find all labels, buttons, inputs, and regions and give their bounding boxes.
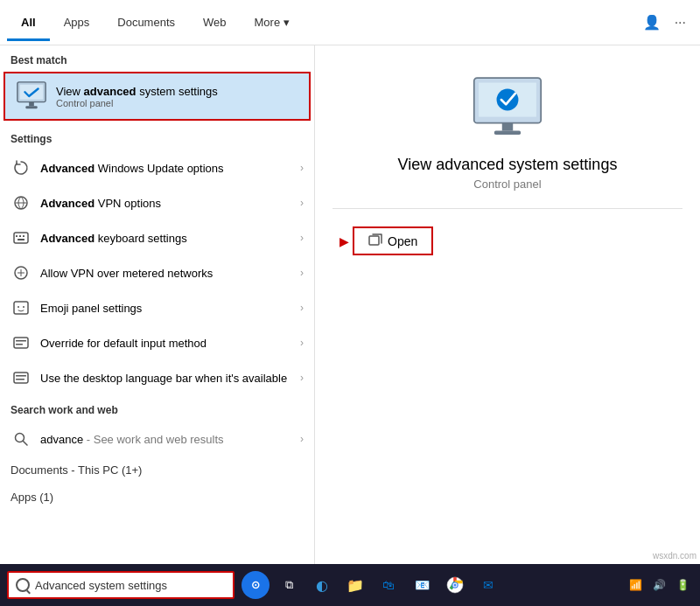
svg-rect-16 <box>16 344 23 345</box>
svg-rect-11 <box>14 302 28 314</box>
apps-section[interactable]: Apps (1) <box>0 484 314 511</box>
list-item-text: Emoji panel settings <box>40 302 300 315</box>
folder-icon[interactable]: 📁 <box>341 571 369 599</box>
store-icon[interactable]: 🛍 <box>374 571 402 599</box>
list-item-text: Override for default input method <box>40 337 300 350</box>
list-item-text: Advanced keyboard settings <box>40 232 300 245</box>
taskbar-right-icons: 📶 🔊 🔋 <box>626 577 700 593</box>
svg-line-21 <box>24 442 28 446</box>
open-window-icon <box>368 233 382 248</box>
edge-icon[interactable]: ◐ <box>308 571 336 599</box>
left-panel: Best match <box>0 45 315 564</box>
taskbar-search-text: Advanced system settings <box>35 579 226 592</box>
taskbar-icons: ⊙ ⧉ ◐ 📁 🛍 📧 ✉ <box>242 571 502 599</box>
list-item-text: Advanced VPN options <box>40 197 300 210</box>
watermark: wsxdn.com <box>653 551 696 561</box>
taskbar-search[interactable]: Advanced system settings <box>7 571 234 599</box>
arrow-icon: › <box>300 232 304 244</box>
svg-rect-5 <box>14 233 28 243</box>
tab-all[interactable]: All <box>7 3 50 41</box>
search-web-icon <box>10 428 32 449</box>
right-app-title: View advanced system settings <box>398 156 618 174</box>
svg-point-13 <box>23 306 24 308</box>
taskbar: Advanced system settings ⊙ ⧉ ◐ 📁 🛍 📧 <box>0 564 700 606</box>
search-web-header: Search work and web <box>0 395 314 421</box>
svg-rect-15 <box>16 340 26 342</box>
mail-icon[interactable]: 📧 <box>408 571 436 599</box>
tab-more[interactable]: More ▾ <box>241 3 304 41</box>
content-area: Best match <box>0 45 700 564</box>
svg-rect-9 <box>18 239 24 240</box>
list-item-text: Use the desktop language bar when it's a… <box>40 372 300 385</box>
svg-rect-14 <box>14 338 28 348</box>
open-button[interactable]: Open <box>353 226 433 255</box>
svg-rect-19 <box>16 379 24 380</box>
search-web-text: advance - See work and web results <box>40 433 224 446</box>
start-menu: All Apps Documents Web More ▾ 👤 ··· Best… <box>0 0 700 564</box>
divider <box>332 208 682 209</box>
list-item[interactable]: Use the desktop language bar when it's a… <box>0 360 314 395</box>
svg-rect-1 <box>20 85 44 100</box>
list-item[interactable]: Advanced VPN options › <box>0 185 314 220</box>
best-match-subtitle: Control panel <box>56 98 298 108</box>
documents-section[interactable]: Documents - This PC (1+) <box>0 456 314 484</box>
update-icon <box>10 157 32 178</box>
tab-apps[interactable]: Apps <box>50 3 104 41</box>
svg-point-32 <box>454 584 457 587</box>
chevron-down-icon: ▾ <box>284 16 290 29</box>
keyboard-icon <box>10 227 32 248</box>
right-app-subtitle: Control panel <box>473 178 541 191</box>
list-item[interactable]: Advanced Windows Update options › <box>0 150 314 185</box>
nav-tabs: All Apps Documents Web More ▾ 👤 ··· <box>0 0 700 45</box>
input-method-icon <box>10 332 32 353</box>
open-label: Open <box>388 234 417 248</box>
mail2-icon[interactable]: ✉ <box>474 571 502 599</box>
red-arrow-icon: ▶ <box>340 234 349 248</box>
svg-rect-2 <box>29 102 34 107</box>
ellipsis-icon[interactable]: ··· <box>675 15 686 31</box>
svg-point-24 <box>497 88 519 110</box>
search-web-arrow: › <box>300 433 304 445</box>
cortana-icon[interactable]: ⊙ <box>242 571 270 599</box>
svg-point-12 <box>18 306 19 308</box>
svg-rect-7 <box>19 235 21 237</box>
task-view-icon[interactable]: ⧉ <box>275 571 303 599</box>
svg-rect-25 <box>502 122 513 130</box>
best-match-item[interactable]: View advanced system settings Control pa… <box>4 72 311 121</box>
vpn2-icon <box>10 262 32 283</box>
best-match-text: View advanced system settings Control pa… <box>56 85 298 108</box>
wifi-icon[interactable]: 📶 <box>626 577 646 593</box>
arrow-icon: › <box>300 267 304 279</box>
tab-documents[interactable]: Documents <box>103 3 189 41</box>
taskbar-search-icon <box>16 578 30 592</box>
list-item[interactable]: Advanced keyboard settings › <box>0 220 314 255</box>
nav-right-icons: 👤 ··· <box>643 14 693 31</box>
search-web-item[interactable]: advance - See work and web results › <box>0 421 314 456</box>
list-item-text: Allow VPN over metered networks <box>40 267 300 280</box>
best-match-title: View advanced system settings <box>56 85 298 98</box>
vpn-icon <box>10 192 32 213</box>
settings-header: Settings <box>0 124 314 150</box>
tab-web[interactable]: Web <box>189 3 241 41</box>
svg-rect-3 <box>25 106 37 108</box>
battery-icon[interactable]: 🔋 <box>673 577 693 593</box>
svg-rect-26 <box>494 130 521 134</box>
emoji-icon <box>10 297 32 318</box>
list-item[interactable]: Override for default input method › <box>0 325 314 360</box>
open-button-container: ▶ Open <box>332 226 682 255</box>
svg-rect-6 <box>16 235 18 237</box>
list-item[interactable]: Emoji panel settings › <box>0 290 314 325</box>
svg-rect-17 <box>14 373 28 383</box>
user-icon[interactable]: 👤 <box>643 14 661 31</box>
arrow-icon: › <box>300 337 304 349</box>
best-match-app-icon <box>16 80 47 112</box>
arrow-icon: › <box>300 372 304 384</box>
arrow-icon: › <box>300 162 304 174</box>
chrome-icon[interactable] <box>441 571 469 599</box>
language-bar-icon <box>10 367 32 388</box>
list-item[interactable]: Allow VPN over metered networks › <box>0 255 314 290</box>
arrow-icon: › <box>300 302 304 314</box>
svg-rect-8 <box>23 235 24 237</box>
list-item-text: Advanced Windows Update options <box>40 162 300 175</box>
volume-icon[interactable]: 🔊 <box>649 577 669 593</box>
